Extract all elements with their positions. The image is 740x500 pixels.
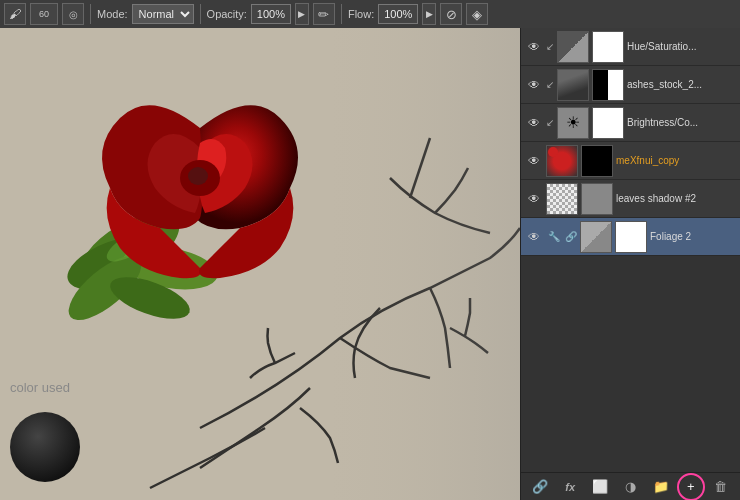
mask-mexfnui (581, 145, 613, 177)
thumb-hue-sat (557, 31, 589, 63)
mask-leaves-shadow (581, 183, 613, 215)
layer-name-mexfnui: meXfnui_copy (616, 155, 736, 166)
size-slider-icon[interactable]: ◎ (62, 3, 84, 25)
toolbar: 🖌 60 ◎ Mode: Normal Opacity: ▶ ✏ Flow: ▶… (0, 0, 740, 28)
flow-input[interactable] (378, 4, 418, 24)
brush-tool-icon[interactable]: 🖌 (4, 3, 26, 25)
brush-circle (10, 412, 80, 482)
layer-name-leaves-shadow: leaves shadow #2 (616, 193, 736, 204)
layer-item-foliage[interactable]: 👁 🔧 🔗 Foliage 2 (521, 218, 740, 256)
arrow-ashes: ↙ (546, 79, 554, 90)
layer-item-leaves-shadow[interactable]: 👁 leaves shadow #2 (521, 180, 740, 218)
canvas-area[interactable]: color used (0, 28, 520, 500)
rose-svg (50, 48, 350, 358)
eye-icon-hue-sat[interactable]: 👁 (525, 38, 543, 56)
layers-panel: 👁 ↙ Hue/Saturatio... 👁 ↙ ashes_stock_2..… (520, 28, 740, 500)
group-icon[interactable]: 📁 (650, 476, 672, 498)
foliage-extra-icon: 🔧 (546, 229, 562, 245)
link-layer-icon[interactable]: 🔗 (529, 476, 551, 498)
thumb-foliage (580, 221, 612, 253)
eye-icon-leaves-shadow[interactable]: 👁 (525, 190, 543, 208)
layer-name-hue-sat: Hue/Saturatio... (627, 41, 736, 52)
mask-ashes (592, 69, 624, 101)
layer-name-ashes: ashes_stock_2... (627, 79, 736, 90)
airbrush-icon[interactable]: ✏ (313, 3, 335, 25)
svg-point-8 (188, 167, 208, 185)
arrow-brightness: ↙ (546, 117, 554, 128)
eye-icon-foliage[interactable]: 👁 (525, 228, 543, 246)
layer-item-brightness[interactable]: 👁 ↙ ☀ Brightness/Co... (521, 104, 740, 142)
mask-brightness (592, 107, 624, 139)
tablet-icon[interactable]: ⊘ (440, 3, 462, 25)
thumb-brightness: ☀ (557, 107, 589, 139)
layer-item-mexfnui[interactable]: 👁 meXfnui_copy (521, 142, 740, 180)
fx-icon[interactable]: fx (559, 476, 581, 498)
mask-icon[interactable]: ⬜ (589, 476, 611, 498)
layer-item-ashes[interactable]: 👁 ↙ ashes_stock_2... (521, 66, 740, 104)
mode-select[interactable]: Normal (132, 4, 194, 24)
color-used-label: color used (10, 380, 70, 395)
thumb-mexfnui (546, 145, 578, 177)
eye-icon-mexfnui[interactable]: 👁 (525, 152, 543, 170)
sep2 (200, 4, 201, 24)
layers-bottom-bar: 🔗 fx ⬜ ◑ 📁 + 🗑 (521, 472, 740, 500)
delete-layer-icon[interactable]: 🗑 (710, 476, 732, 498)
sep3 (341, 4, 342, 24)
flow-label: Flow: (348, 8, 374, 20)
brush-preview (10, 412, 80, 482)
artwork: color used (0, 28, 520, 500)
adjustment-icon[interactable]: ◑ (619, 476, 641, 498)
thumb-leaves-shadow (546, 183, 578, 215)
mask-foliage (615, 221, 647, 253)
layer-name-foliage: Foliage 2 (650, 231, 736, 242)
opacity-label: Opacity: (207, 8, 247, 20)
mask-hue-sat (592, 31, 624, 63)
layers-spacer (521, 256, 740, 472)
flow-arrow-icon[interactable]: ▶ (422, 3, 436, 25)
eye-icon-brightness[interactable]: 👁 (525, 114, 543, 132)
red-badge (548, 147, 558, 157)
chain-icon-foliage: 🔗 (565, 231, 577, 242)
svg-rect-0 (330, 28, 520, 500)
thumb-ashes (557, 69, 589, 101)
main-area: color used 👁 ↙ Hue/Saturatio... 👁 ↙ ashe… (0, 28, 740, 500)
mode-label: Mode: (97, 8, 128, 20)
sep1 (90, 4, 91, 24)
opacity-input[interactable] (251, 4, 291, 24)
size-display[interactable]: 60 (30, 3, 58, 25)
eye-icon-ashes[interactable]: 👁 (525, 76, 543, 94)
layer-name-brightness: Brightness/Co... (627, 117, 736, 128)
new-layer-icon[interactable]: + (680, 476, 702, 498)
extra-icon[interactable]: ◈ (466, 3, 488, 25)
layer-item-hue-sat[interactable]: 👁 ↙ Hue/Saturatio... (521, 28, 740, 66)
arrow-hue-sat: ↙ (546, 41, 554, 52)
opacity-arrow-icon[interactable]: ▶ (295, 3, 309, 25)
